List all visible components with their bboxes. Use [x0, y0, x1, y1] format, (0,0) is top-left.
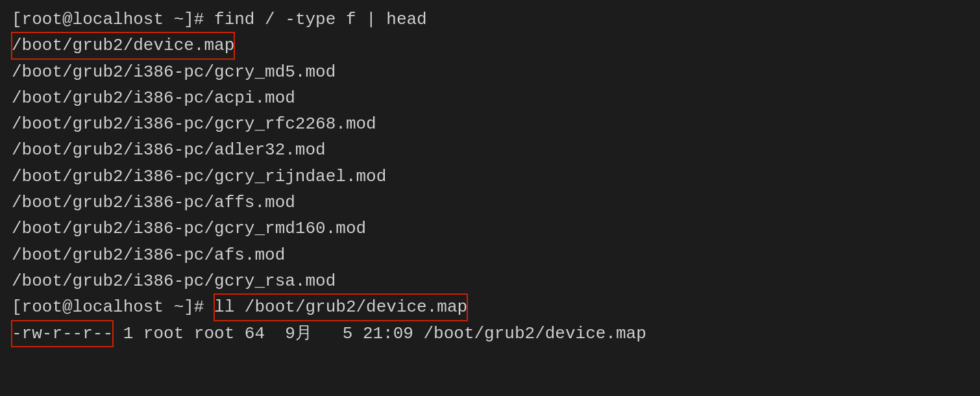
- output-line-10: /boot/grub2/i386-pc/gcry_rsa.mod: [12, 268, 968, 294]
- output-gcry-rsa: /boot/grub2/i386-pc/gcry_rsa.mod: [12, 268, 336, 294]
- output-line-3: /boot/grub2/i386-pc/acpi.mod: [12, 85, 968, 111]
- output-line-2: /boot/grub2/i386-pc/gcry_md5.mod: [12, 59, 968, 85]
- output-file-info: 1 root root 64 9月 5 21:09 /boot/grub2/de…: [113, 321, 646, 347]
- prompt-find: [root@localhost ~]#: [12, 6, 214, 32]
- output-line-6: /boot/grub2/i386-pc/gcry_rijndael.mod: [12, 164, 968, 190]
- output-line-5: /boot/grub2/i386-pc/adler32.mod: [12, 137, 968, 163]
- command-find: find / -type f | head: [214, 6, 427, 32]
- output-line-8: /boot/grub2/i386-pc/gcry_rmd160.mod: [12, 216, 968, 241]
- output-gcry-rfc2268: /boot/grub2/i386-pc/gcry_rfc2268.mod: [12, 111, 376, 137]
- output-adler32: /boot/grub2/i386-pc/adler32.mod: [12, 137, 326, 163]
- output-gcry-rmd160: /boot/grub2/i386-pc/gcry_rmd160.mod: [12, 216, 366, 241]
- output-permissions: -rw-r--r--: [12, 321, 113, 347]
- output-line-1: /boot/grub2/device.map: [12, 32, 968, 58]
- output-gcry-rijndael: /boot/grub2/i386-pc/gcry_rijndael.mod: [12, 164, 386, 190]
- terminal: [root@localhost ~]# find / -type f | hea…: [0, 0, 980, 396]
- output-gcry-md5: /boot/grub2/i386-pc/gcry_md5.mod: [12, 59, 336, 85]
- output-line-9: /boot/grub2/i386-pc/afs.mod: [12, 242, 968, 268]
- command-line-ll: [root@localhost ~]# ll /boot/grub2/devic…: [12, 294, 968, 320]
- output-line-last: -rw-r--r-- 1 root root 64 9月 5 21:09 /bo…: [12, 321, 968, 347]
- prompt-ll: [root@localhost ~]#: [12, 294, 214, 320]
- command-line-find: [root@localhost ~]# find / -type f | hea…: [12, 6, 968, 32]
- output-afs: /boot/grub2/i386-pc/afs.mod: [12, 242, 285, 268]
- output-affs: /boot/grub2/i386-pc/affs.mod: [12, 190, 295, 216]
- output-line-7: /boot/grub2/i386-pc/affs.mod: [12, 190, 968, 216]
- command-ll: ll /boot/grub2/device.map: [214, 294, 467, 320]
- output-device-map: /boot/grub2/device.map: [12, 32, 234, 58]
- output-acpi: /boot/grub2/i386-pc/acpi.mod: [12, 85, 295, 111]
- output-line-4: /boot/grub2/i386-pc/gcry_rfc2268.mod: [12, 111, 968, 137]
